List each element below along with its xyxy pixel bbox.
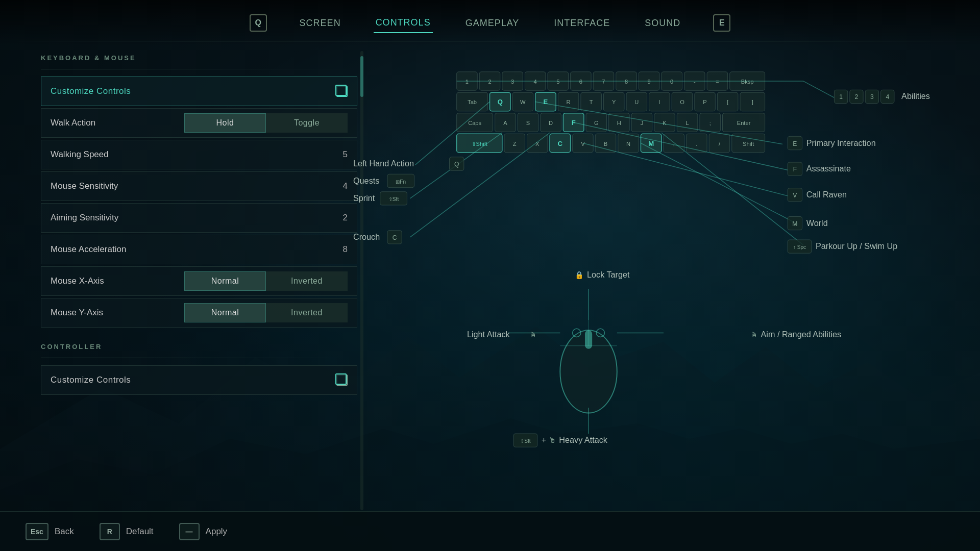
apply-button[interactable]: — Apply bbox=[179, 523, 228, 540]
walking-speed-label: Walking Speed bbox=[51, 149, 343, 160]
svg-text:6: 6 bbox=[579, 79, 582, 85]
svg-text:C: C bbox=[393, 234, 397, 241]
mouse-y-inverted-btn[interactable]: Inverted bbox=[266, 303, 348, 322]
svg-text:O: O bbox=[680, 99, 684, 106]
svg-text:⇧Sft: ⇧Sft bbox=[520, 438, 531, 444]
mouse-x-inverted-btn[interactable]: Inverted bbox=[266, 271, 348, 291]
nav-key-q[interactable]: Q bbox=[250, 14, 267, 32]
mouse-y-axis-label: Mouse Y-Axis bbox=[51, 308, 184, 318]
svg-text:Abilities: Abilities bbox=[901, 91, 930, 101]
svg-text:A: A bbox=[503, 120, 507, 126]
asdf-row: Caps A S D F G H J K L bbox=[457, 113, 765, 132]
svg-text:D: D bbox=[549, 120, 553, 126]
walking-speed-row: Walking Speed 5 bbox=[41, 140, 357, 169]
svg-text:⇧Sft: ⇧Sft bbox=[388, 196, 399, 202]
controller-customize-button[interactable]: Customize Controls bbox=[41, 365, 357, 395]
world-line bbox=[641, 143, 798, 224]
aiming-sensitivity-row: Aiming Sensitivity 2 bbox=[41, 203, 357, 233]
svg-text:Assassinate: Assassinate bbox=[806, 164, 851, 173]
svg-text:F: F bbox=[793, 166, 797, 173]
svg-text:+: + bbox=[542, 435, 546, 444]
mouse-sensitivity-label: Mouse Sensitivity bbox=[51, 181, 343, 191]
mouse-x-axis-label: Mouse X-Axis bbox=[51, 276, 184, 286]
svg-text:1: 1 bbox=[465, 79, 469, 85]
svg-text:S: S bbox=[526, 120, 530, 126]
svg-text:L: L bbox=[686, 120, 689, 126]
world-annotation: M World bbox=[788, 216, 828, 230]
right-panel: 1 2 3 4 5 6 7 8 9 0 bbox=[347, 46, 980, 511]
svg-text:3: 3 bbox=[870, 93, 874, 101]
svg-text:T: T bbox=[590, 99, 593, 106]
svg-text:Tab: Tab bbox=[468, 99, 477, 106]
svg-text:,: , bbox=[673, 141, 675, 147]
svg-text:K: K bbox=[663, 120, 667, 126]
walk-action-toggle-btn[interactable]: Toggle bbox=[266, 113, 348, 133]
svg-text:U: U bbox=[634, 99, 639, 106]
nav-key-e[interactable]: E bbox=[713, 14, 730, 32]
svg-text:G: G bbox=[594, 120, 599, 126]
crouch-annotation: Crouch C bbox=[353, 231, 402, 244]
aim-ranged-annotation: 🖱 Aim / Ranged Abilities bbox=[750, 330, 841, 339]
left-panel: KEYBOARD & MOUSE Customize Controls Walk… bbox=[41, 51, 357, 510]
default-button[interactable]: R Default bbox=[100, 523, 154, 540]
svg-text:H: H bbox=[617, 120, 621, 126]
svg-text:Left Hand Action: Left Hand Action bbox=[353, 159, 414, 168]
svg-text:C: C bbox=[558, 140, 563, 147]
back-label: Back bbox=[55, 527, 74, 537]
svg-text:Call Raven: Call Raven bbox=[806, 190, 847, 199]
svg-text:World: World bbox=[806, 218, 828, 228]
svg-text:8: 8 bbox=[625, 79, 628, 85]
keyboard-group: 1 2 3 4 5 6 7 8 9 0 bbox=[457, 72, 765, 153]
svg-text:N: N bbox=[626, 141, 630, 147]
tab-screen[interactable]: Screen bbox=[298, 14, 343, 33]
mouse-y-normal-btn[interactable]: Normal bbox=[184, 303, 266, 322]
keyboard-section-label: KEYBOARD & MOUSE bbox=[41, 54, 357, 62]
light-attack-annotation: Light Attack 🖱 bbox=[467, 330, 536, 339]
mouse-y-axis-toggle: Normal Inverted bbox=[184, 303, 348, 322]
customize-controls-button[interactable]: Customize Controls bbox=[41, 77, 357, 106]
keyboard-section-divider bbox=[41, 69, 357, 69]
svg-text:Z: Z bbox=[513, 141, 517, 147]
svg-text:.: . bbox=[696, 141, 697, 147]
nav-divider bbox=[0, 41, 980, 41]
svg-text:Light Attack: Light Attack bbox=[467, 330, 510, 339]
controller-section-divider bbox=[41, 358, 357, 358]
svg-text:Sprint: Sprint bbox=[353, 193, 375, 203]
svg-text:W: W bbox=[520, 99, 526, 106]
default-key: R bbox=[100, 523, 120, 540]
tab-controls[interactable]: Controls bbox=[374, 13, 433, 33]
svg-text:J: J bbox=[641, 120, 644, 126]
svg-text:2: 2 bbox=[855, 93, 859, 101]
lock-target-annotation: 🔒 Lock Target bbox=[575, 270, 630, 280]
qwerty-row: Tab Q W E R T Y U I bbox=[457, 92, 765, 111]
svg-text:Aim / Ranged Abilities: Aim / Ranged Abilities bbox=[761, 330, 842, 339]
svg-text:E: E bbox=[793, 140, 797, 147]
walk-action-hold-btn[interactable]: Hold bbox=[184, 113, 266, 133]
svg-text:🖱: 🖱 bbox=[750, 331, 757, 339]
mouse-x-normal-btn[interactable]: Normal bbox=[184, 271, 266, 291]
controls-diagram-svg: 1 2 3 4 5 6 7 8 9 0 bbox=[347, 46, 980, 511]
parkour-annotation: ↑ Spc Parkour Up / Swim Up bbox=[788, 240, 897, 253]
sprint-annotation: Sprint ⇧Sft bbox=[353, 192, 407, 205]
bottom-bar: Esc Back R Default — Apply bbox=[0, 511, 980, 551]
mouse-diagram bbox=[508, 289, 664, 434]
svg-text:🖱: 🖱 bbox=[529, 331, 536, 339]
controller-section-label: CONTROLLER bbox=[41, 343, 357, 350]
mouse-sensitivity-row: Mouse Sensitivity 4 bbox=[41, 171, 357, 201]
tab-gameplay[interactable]: Gameplay bbox=[463, 14, 522, 33]
svg-text:🖱: 🖱 bbox=[549, 436, 556, 444]
back-button[interactable]: Esc Back bbox=[26, 523, 74, 540]
copy-icon bbox=[336, 86, 348, 97]
svg-text:P: P bbox=[703, 99, 706, 106]
mouse-acceleration-label: Mouse Acceleration bbox=[51, 244, 343, 255]
svg-text:🔒: 🔒 bbox=[575, 270, 584, 280]
quests-annotation: Quests ⊞Fn bbox=[353, 174, 414, 187]
default-label: Default bbox=[126, 527, 154, 537]
svg-text:3: 3 bbox=[511, 79, 514, 85]
left-hand-line bbox=[415, 102, 490, 165]
svg-text:Q: Q bbox=[454, 161, 459, 168]
svg-text:Caps: Caps bbox=[468, 120, 481, 126]
tab-sound[interactable]: Sound bbox=[643, 14, 682, 33]
tab-interface[interactable]: Interface bbox=[552, 14, 612, 33]
controller-copy-icon bbox=[336, 374, 348, 386]
